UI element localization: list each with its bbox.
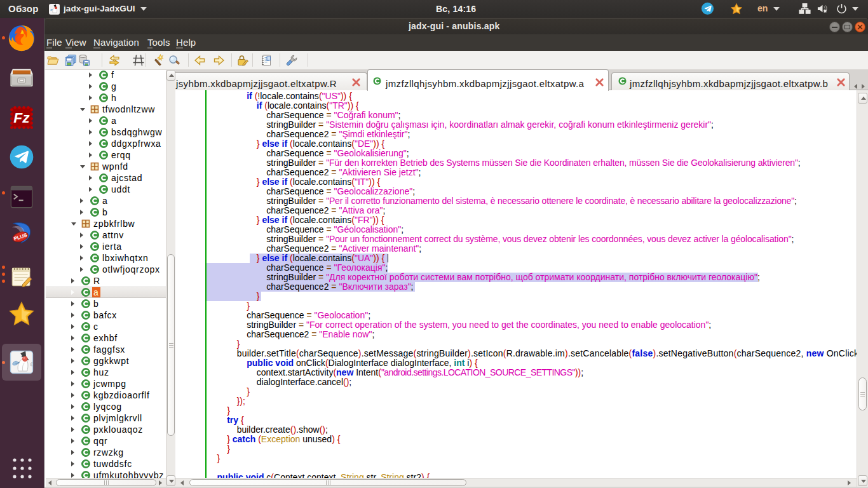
svg-text:Fz: Fz — [13, 109, 30, 126]
